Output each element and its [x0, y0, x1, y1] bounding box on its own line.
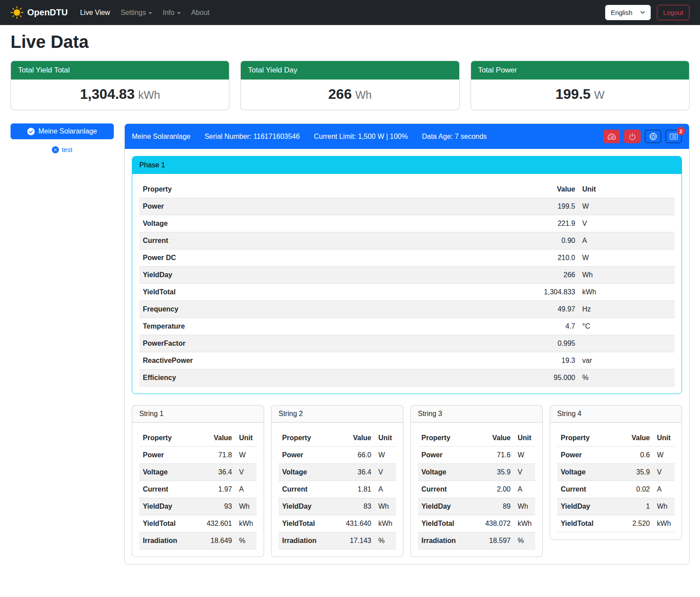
event-log-button[interactable]: 2 — [665, 130, 682, 143]
string-table-header-row: Property Value Unit — [139, 430, 257, 447]
string-table-row: YieldTotal 431.640 kWh — [279, 515, 396, 532]
string-table-row: YieldDay 83 Wh — [279, 498, 396, 515]
summary-card-total-power: Total Power 199.5W — [471, 61, 689, 110]
column-header-value: Value — [402, 181, 579, 198]
row-unit: °C — [579, 318, 675, 335]
row-unit: A — [514, 481, 535, 498]
inverter-select-button-test[interactable]: test — [11, 146, 114, 153]
row-property: Power — [418, 447, 472, 464]
row-property: YieldTotal — [418, 515, 472, 532]
row-unit: Wh — [236, 498, 257, 515]
row-unit: kWh — [653, 515, 675, 532]
row-value: 93 — [193, 498, 236, 515]
row-property: Power — [557, 447, 616, 464]
row-value: 432.601 — [193, 515, 236, 532]
row-value: 199.5 — [402, 198, 579, 215]
phase-table-row: Current 0.90 A — [139, 232, 675, 250]
language-select[interactable]: English — [605, 5, 651, 20]
string-table: Property Value Unit Power — [139, 430, 257, 550]
string-table: Property Value Unit Power — [557, 430, 675, 532]
string-table-row: Current 1.81 A — [279, 481, 396, 498]
row-unit: V — [514, 464, 535, 481]
inverter-select-button-meine-solaranlage[interactable]: Meine Solaranlage — [11, 123, 114, 139]
row-unit: kWh — [236, 515, 257, 532]
nav-item-info[interactable]: Info — [159, 5, 184, 20]
row-property: Current — [279, 481, 333, 498]
row-unit: W — [514, 447, 535, 464]
row-property: YieldDay — [139, 498, 193, 515]
row-value: 0.02 — [616, 481, 653, 498]
inverter-card: Meine Solaranlage Serial Number: 1161716… — [124, 123, 689, 564]
row-value: 0.995 — [402, 335, 579, 352]
string-card-4: String 4 Property Value Unit — [550, 405, 682, 540]
row-property: Current — [557, 481, 616, 498]
row-property: Irradiation — [279, 532, 333, 550]
row-property: Power — [139, 198, 402, 215]
summary-card-unit: kWh — [138, 89, 160, 101]
nav-item-about[interactable]: About — [188, 5, 213, 20]
row-unit: W — [375, 447, 396, 464]
column-header-property: Property — [279, 430, 333, 447]
row-value: 0.6 — [616, 447, 653, 464]
row-unit: kWh — [579, 284, 675, 301]
summary-card-body: 1,304.83kWh — [11, 80, 229, 110]
row-value: 49.97 — [402, 301, 579, 318]
cpu-icon — [649, 133, 657, 140]
row-value: 66.0 — [333, 447, 375, 464]
row-unit: A — [579, 232, 675, 250]
brand[interactable]: OpenDTU — [11, 6, 68, 19]
phase-table-row: YieldDay 266 Wh — [139, 267, 675, 284]
row-property: Voltage — [418, 464, 472, 481]
row-unit: % — [236, 532, 257, 550]
summary-card-total-yield-total: Total Yield Total 1,304.83kWh — [11, 61, 229, 110]
string-body: Property Value Unit Power — [550, 423, 682, 539]
row-property: YieldTotal — [139, 515, 193, 532]
string-table-row: Power 66.0 W — [279, 447, 396, 464]
string-table-row: Current 2.00 A — [418, 481, 535, 498]
row-unit: Wh — [653, 498, 675, 515]
row-value: 2.520 — [616, 515, 653, 532]
row-value: 71.8 — [193, 447, 236, 464]
string-table-row: Voltage 36.4 V — [279, 464, 396, 481]
row-value: 210.0 — [402, 250, 579, 267]
string-table-row: Current 1.97 A — [139, 481, 257, 498]
row-unit: Hz — [579, 301, 675, 318]
row-property: Current — [418, 481, 472, 498]
phase-table-row: ReactivePower 19.3 var — [139, 352, 675, 369]
row-unit: W — [236, 447, 257, 464]
row-property: Voltage — [557, 464, 616, 481]
limit-settings-button[interactable] — [603, 130, 620, 143]
summary-cards-row: Total Yield Total 1,304.83kWh Total Yiel… — [11, 61, 689, 110]
row-unit: W — [653, 447, 675, 464]
power-toggle-button[interactable] — [624, 130, 641, 143]
row-property: Current — [139, 232, 402, 250]
string-card-3: String 3 Property Value Unit — [410, 405, 543, 557]
summary-card-title: Total Yield Day — [241, 61, 459, 80]
string-card-1: String 1 Property Value Unit — [132, 405, 264, 557]
row-value: 17.143 — [333, 532, 375, 550]
row-unit: % — [579, 369, 675, 387]
nav-item-live-view[interactable]: Live View — [76, 5, 113, 20]
row-property: Voltage — [279, 464, 333, 481]
event-list-icon — [670, 133, 678, 141]
power-icon — [628, 133, 636, 141]
row-property: YieldDay — [557, 498, 616, 515]
device-info-button[interactable] — [645, 130, 661, 143]
string-table-row: Irradiation 18.597 % — [418, 532, 535, 550]
column-header-unit: Unit — [579, 181, 675, 198]
row-property: Efficiency — [139, 369, 402, 387]
phase-table-row: Temperature 4.7 °C — [139, 318, 675, 335]
string-table-row: YieldDay 93 Wh — [139, 498, 257, 515]
summary-card-title: Total Yield Total — [11, 61, 229, 80]
strings-row: String 1 Property Value Unit — [132, 405, 682, 557]
nav-item-settings[interactable]: Settings — [117, 5, 156, 20]
row-value: 1.97 — [193, 481, 236, 498]
nav-right: English Logout — [605, 5, 689, 20]
phase-title: Phase 1 — [132, 156, 682, 174]
row-property: YieldDay — [139, 267, 402, 284]
row-unit: % — [375, 532, 396, 550]
logout-button[interactable]: Logout — [657, 5, 689, 20]
string-table-row: Power 0.6 W — [557, 447, 675, 464]
row-value: 36.4 — [333, 464, 375, 481]
row-unit: V — [375, 464, 396, 481]
